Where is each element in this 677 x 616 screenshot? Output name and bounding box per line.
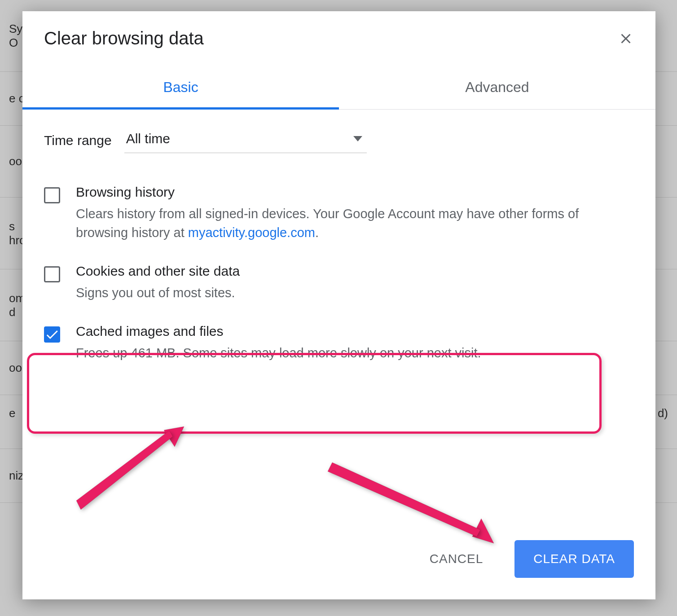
option-cached: Cached images and files Frees up 461 MB.… [44, 324, 634, 362]
checkbox-cookies[interactable] [44, 266, 60, 282]
checkbox-cached[interactable] [44, 326, 60, 343]
option-desc: Clears history from all signed-in device… [76, 204, 634, 242]
clear-browsing-data-dialog: Clear browsing data Basic Advanced Time … [22, 11, 655, 599]
time-range-label: Time range [44, 133, 112, 148]
tab-basic[interactable]: Basic [22, 69, 339, 109]
tabs: Basic Advanced [22, 69, 655, 110]
myactivity-link[interactable]: myactivity.google.com [188, 225, 315, 240]
option-browsing-history: Browsing history Clears history from all… [44, 185, 634, 242]
cancel-button[interactable]: CANCEL [421, 543, 492, 575]
dialog-content: Time range All time Browsing history Cle… [22, 110, 655, 540]
tab-advanced[interactable]: Advanced [339, 69, 655, 109]
close-icon[interactable] [618, 31, 634, 47]
option-cookies: Cookies and other site data Signs you ou… [44, 264, 634, 302]
time-range-select[interactable]: All time [124, 128, 367, 153]
option-title: Cookies and other site data [76, 264, 634, 279]
dialog-title: Clear browsing data [44, 28, 204, 48]
option-desc: Frees up 461 MB. Some sites may load mor… [76, 343, 634, 362]
option-title: Browsing history [76, 185, 634, 200]
time-range-row: Time range All time [44, 128, 634, 153]
dialog-actions: CANCEL CLEAR DATA [22, 540, 655, 599]
clear-data-button[interactable]: CLEAR DATA [514, 540, 634, 578]
dialog-header: Clear browsing data [22, 11, 655, 61]
checkbox-browsing-history[interactable] [44, 187, 60, 203]
option-desc: Signs you out of most sites. [76, 283, 634, 302]
chevron-down-icon [353, 136, 362, 141]
annotation-highlight [27, 353, 602, 434]
option-title: Cached images and files [76, 324, 634, 339]
time-range-value: All time [126, 131, 170, 146]
